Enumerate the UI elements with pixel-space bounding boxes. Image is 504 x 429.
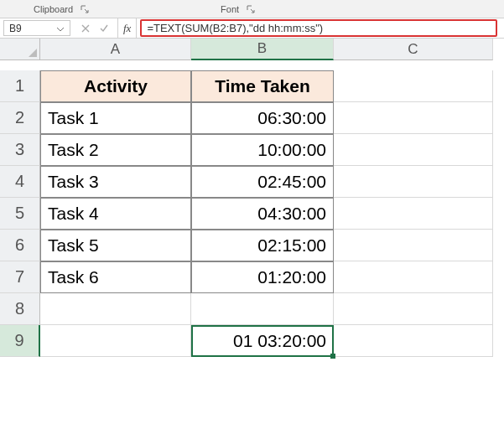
cell-B4[interactable]: 02:45:00 xyxy=(191,166,334,198)
formula-bar: B9 fx =TEXT(SUM(B2:B7),"dd hh:mm:ss") xyxy=(0,18,504,39)
cell-C8[interactable] xyxy=(334,293,493,325)
cell-A1[interactable]: Activity xyxy=(40,70,191,102)
dialog-launcher-icon[interactable] xyxy=(246,4,256,14)
cell-C6[interactable] xyxy=(334,230,493,261)
ribbon-group-labels: Clipboard Font xyxy=(0,0,504,18)
cell-A8[interactable] xyxy=(40,293,191,325)
cell-C3[interactable] xyxy=(334,134,493,166)
row-header-7[interactable]: 7 xyxy=(0,261,40,293)
cell-C7[interactable] xyxy=(334,261,493,293)
formula-input[interactable]: =TEXT(SUM(B2:B7),"dd hh:mm:ss") xyxy=(140,19,497,37)
formula-bar-buttons xyxy=(72,18,118,38)
col-header-C[interactable]: C xyxy=(334,39,493,60)
row-header-3[interactable]: 3 xyxy=(0,134,40,166)
row-header-9[interactable]: 9 xyxy=(0,325,40,357)
col-header-B[interactable]: B xyxy=(191,39,334,60)
cell-A7[interactable]: Task 6 xyxy=(40,261,191,293)
cell-A6[interactable]: Task 5 xyxy=(40,230,191,261)
cell-C9[interactable] xyxy=(334,325,493,357)
cell-A4[interactable]: Task 3 xyxy=(40,166,191,198)
row-header-1[interactable]: 1 xyxy=(0,70,40,102)
row-header-5[interactable]: 5 xyxy=(0,198,40,230)
enter-icon[interactable] xyxy=(96,20,112,37)
cell-A3[interactable]: Task 2 xyxy=(40,134,191,166)
name-box[interactable]: B9 xyxy=(3,20,70,36)
sheet-grid[interactable]: A B C 1 Activity Time Taken 2 Task 1 06:… xyxy=(0,39,504,357)
name-box-value: B9 xyxy=(9,23,22,34)
cell-B2[interactable]: 06:30:00 xyxy=(191,102,334,134)
col-header-A[interactable]: A xyxy=(40,39,191,60)
cancel-icon[interactable] xyxy=(77,20,94,37)
ribbon-group-clipboard: Clipboard xyxy=(30,4,76,14)
ribbon-group-font: Font xyxy=(217,4,242,14)
cell-B7[interactable]: 01:20:00 xyxy=(191,261,334,293)
cell-A5[interactable]: Task 4 xyxy=(40,198,191,230)
cell-B8[interactable] xyxy=(191,293,334,325)
cell-B1[interactable]: Time Taken xyxy=(191,70,334,102)
row-header-2[interactable]: 2 xyxy=(0,102,40,134)
cell-A2[interactable]: Task 1 xyxy=(40,102,191,134)
cell-B5[interactable]: 04:30:00 xyxy=(191,198,334,230)
dialog-launcher-icon[interactable] xyxy=(80,4,90,14)
cell-C5[interactable] xyxy=(334,198,493,230)
row-header-8[interactable]: 8 xyxy=(0,293,40,325)
fx-icon[interactable]: fx xyxy=(118,18,137,38)
cell-C2[interactable] xyxy=(334,102,493,134)
cell-C4[interactable] xyxy=(334,166,493,198)
formula-text: =TEXT(SUM(B2:B7),"dd hh:mm:ss") xyxy=(147,22,323,34)
row-header-4[interactable]: 4 xyxy=(0,166,40,198)
cell-B3[interactable]: 10:00:00 xyxy=(191,134,334,166)
cell-B6[interactable]: 02:15:00 xyxy=(191,230,334,261)
cell-C1[interactable] xyxy=(334,70,493,102)
cell-B9[interactable]: 01 03:20:00 xyxy=(191,325,334,357)
cell-A9[interactable] xyxy=(40,325,191,357)
select-all-corner[interactable] xyxy=(0,39,40,60)
row-header-6[interactable]: 6 xyxy=(0,230,40,261)
chevron-down-icon[interactable] xyxy=(56,24,65,33)
